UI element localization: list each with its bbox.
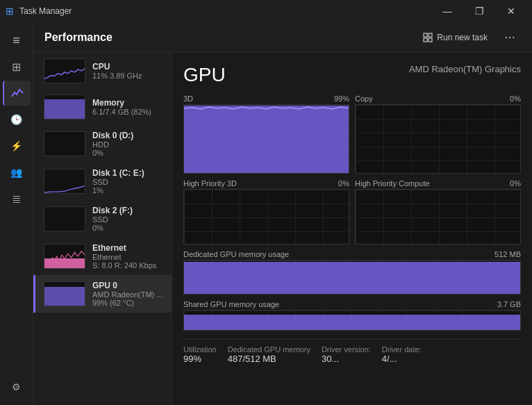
perf-item-gpu0[interactable]: GPU 0 AMD Radeon(TM) ... 99% (62 °C) <box>33 275 172 313</box>
gpu-model: AMD Radeon(TM) Graphics <box>409 64 521 74</box>
perf-item-disk2[interactable]: Disk 2 (F:) SSD 0% <box>33 200 172 238</box>
disk2-thumbnail <box>44 206 85 231</box>
maximize-button[interactable]: ❐ <box>464 0 494 22</box>
run-task-icon <box>423 33 433 42</box>
gpu-3d-label: 3D <box>183 94 193 103</box>
sidebar-item-details[interactable]: ≣ <box>3 186 31 211</box>
stat-driver-date: Driver date: 4/... <box>382 345 422 364</box>
gpu-3d-container: 3D 99% <box>183 94 349 174</box>
perf-item-disk1[interactable]: Disk 1 (C: E:) SSD 1% <box>33 163 172 200</box>
gpu-hpc-container: High Priority Compute 0% <box>355 179 521 245</box>
performance-list: CPU 11% 3.89 GHz Memory 6.1/7.4 GB (82%) <box>33 53 172 405</box>
driver-date-value: 4/... <box>382 354 422 364</box>
shared-memory-value: 3.7 GB <box>497 300 521 308</box>
dedicated-memory-label: Dedicated GPU memory usage <box>183 250 289 258</box>
gpu0-label: GPU 0 <box>92 281 163 290</box>
shared-memory-label: Shared GPU memory usage <box>183 300 279 308</box>
disk1-label: Disk 1 (C: E:) <box>92 168 144 178</box>
app-icon: ⊞ <box>6 6 14 17</box>
page-title: Performance <box>44 31 113 44</box>
sidebar-item-users[interactable]: 👥 <box>3 160 31 185</box>
gpu-hp3d-graph <box>183 189 349 245</box>
window-controls: — ❐ ✕ <box>432 0 526 22</box>
sidebar: ≡ ⊞ 🕒 ⚡ 👥 ≣ ⚙ <box>0 22 33 405</box>
cpu-usage: 11% 3.89 GHz <box>92 72 142 80</box>
svg-rect-3 <box>429 38 432 42</box>
gpu-hp3d-container: High Priority 3D 0% <box>183 179 349 245</box>
gpu-detail-panel: GPU AMD Radeon(TM) Graphics 3D 99% <box>172 53 532 405</box>
minimize-button[interactable]: — <box>432 0 463 22</box>
disk2-type: SSD <box>92 215 133 224</box>
ethernet-label: Ethernet <box>92 243 156 253</box>
utilization-label: Utilization <box>183 345 217 354</box>
header: Performance Run new task ⋯ <box>33 22 532 53</box>
perf-item-ethernet[interactable]: Ethernet Ethernet S: 8.0 R: 240 Kbps <box>33 238 172 275</box>
ethernet-speed: S: 8.0 R: 240 Kbps <box>92 261 156 270</box>
perf-item-memory[interactable]: Memory 6.1/7.4 GB (82%) <box>33 89 172 125</box>
dedicated-value: 487/512 MB <box>228 354 310 364</box>
memory-label: Memory <box>92 98 151 108</box>
gpu-copy-label: Copy <box>355 94 373 103</box>
sidebar-item-dashboard[interactable]: ⊞ <box>3 54 31 79</box>
disk0-label: Disk 0 (D:) <box>92 131 133 140</box>
memory-thumbnail <box>44 94 85 119</box>
disk1-type: SSD <box>92 178 144 186</box>
sidebar-item-startup[interactable]: ⚡ <box>3 133 31 158</box>
disk0-type: HDD <box>92 140 133 149</box>
stat-utilization: Utilization 99% <box>183 345 217 364</box>
driver-version-label: Driver version: <box>322 345 371 354</box>
app-title: Task Manager <box>19 6 72 16</box>
close-button[interactable]: ✕ <box>496 0 526 22</box>
disk1-usage: 1% <box>92 186 144 195</box>
gpu0-thumbnail <box>44 281 85 306</box>
gpu0-usage: 99% (62 °C) <box>92 299 163 307</box>
perf-item-cpu[interactable]: CPU 11% 3.89 GHz <box>33 53 172 89</box>
gpu-hp3d-value: 0% <box>338 179 349 188</box>
cpu-thumbnail <box>44 58 85 83</box>
gpu-hpc-label: High Priority Compute <box>355 179 430 188</box>
ethernet-type: Ethernet <box>92 253 156 261</box>
gpu-hp3d-label: High Priority 3D <box>183 179 237 188</box>
gpu-copy-value: 0% <box>510 94 521 103</box>
sidebar-hamburger[interactable]: ≡ <box>3 28 31 53</box>
cpu-label: CPU <box>92 62 142 72</box>
title-bar: ⊞ Task Manager — ❐ ✕ <box>0 0 532 22</box>
shared-memory-graph <box>183 310 521 331</box>
svg-rect-2 <box>424 38 427 42</box>
disk0-usage: 0% <box>92 149 133 157</box>
driver-date-label: Driver date: <box>382 345 422 354</box>
sidebar-item-settings[interactable]: ⚙ <box>3 374 31 399</box>
run-new-task-button[interactable]: Run new task <box>417 30 493 45</box>
gpu-hpc-value: 0% <box>510 179 521 188</box>
perf-item-disk0[interactable]: Disk 0 (D:) HDD 0% <box>33 125 172 163</box>
gpu-title: GPU <box>183 64 226 86</box>
stat-driver-version: Driver version: 30... <box>322 345 371 364</box>
gpu-hpc-graph <box>355 189 521 245</box>
dedicated-memory-graph <box>183 260 521 295</box>
memory-usage: 6.1/7.4 GB (82%) <box>92 108 151 116</box>
dedicated-memory-section: Dedicated GPU memory usage 512 MB <box>183 250 521 295</box>
disk1-thumbnail <box>44 169 85 194</box>
disk2-usage: 0% <box>92 224 133 232</box>
ethernet-thumbnail <box>44 244 85 269</box>
gpu0-model: AMD Radeon(TM) ... <box>92 290 163 299</box>
disk2-label: Disk 2 (F:) <box>92 206 133 215</box>
disk0-thumbnail <box>44 131 85 156</box>
driver-version-value: 30... <box>322 354 371 364</box>
sidebar-item-history[interactable]: 🕒 <box>3 107 31 132</box>
gpu-copy-graph <box>355 104 521 174</box>
gpu-copy-container: Copy 0% <box>355 94 521 174</box>
sidebar-item-performance[interactable] <box>3 81 31 106</box>
stat-dedicated-memory: Dedicated GPU memory 487/512 MB <box>228 345 310 364</box>
svg-rect-0 <box>424 33 427 37</box>
shared-memory-section: Shared GPU memory usage 3.7 GB <box>183 300 521 331</box>
gpu-3d-value: 99% <box>334 94 349 103</box>
more-options-button[interactable]: ⋯ <box>499 28 521 47</box>
dedicated-memory-value: 512 MB <box>494 250 521 258</box>
bottom-stats: Utilization 99% Dedicated GPU memory 487… <box>183 339 521 364</box>
utilization-value: 99% <box>183 354 217 364</box>
gpu-3d-graph <box>183 104 349 174</box>
svg-rect-1 <box>429 33 432 37</box>
dedicated-label: Dedicated GPU memory <box>228 345 310 354</box>
